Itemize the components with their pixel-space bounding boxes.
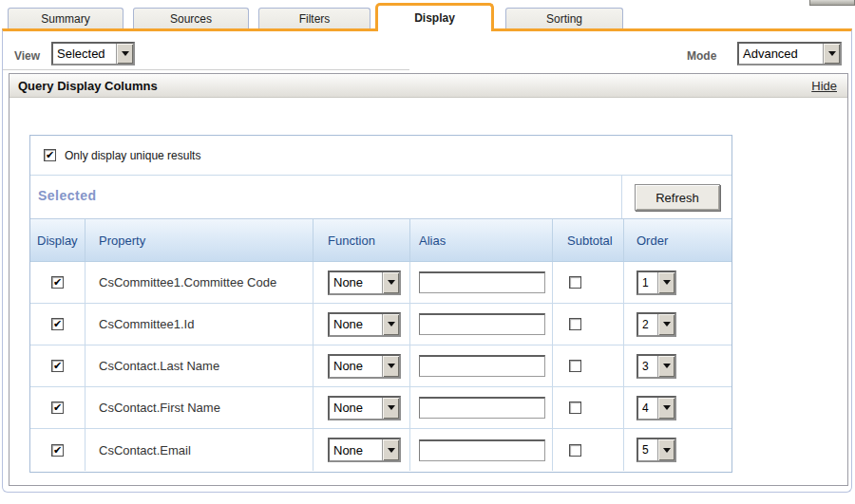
alias-input[interactable] bbox=[419, 313, 545, 335]
order-select[interactable]: 3 bbox=[636, 354, 676, 379]
function-select-value: None bbox=[330, 439, 382, 460]
chevron-down-icon[interactable] bbox=[657, 398, 674, 419]
display-cell: ✔ bbox=[30, 262, 85, 303]
chevron-down-icon[interactable] bbox=[657, 314, 674, 335]
alias-input[interactable] bbox=[419, 355, 545, 377]
chevron-down-icon[interactable] bbox=[657, 272, 674, 293]
display-checkbox[interactable]: ✔ bbox=[51, 318, 64, 330]
tab-display[interactable]: Display bbox=[375, 3, 494, 31]
subtotal-cell bbox=[552, 262, 623, 303]
display-cell: ✔ bbox=[30, 304, 85, 345]
subtotal-checkbox[interactable] bbox=[569, 276, 581, 289]
header-function: Function bbox=[313, 219, 409, 261]
property-label: CsCommittee1.Id bbox=[99, 317, 194, 331]
function-select[interactable]: None bbox=[328, 354, 401, 379]
subtotal-cell bbox=[552, 387, 623, 428]
chevron-down-icon[interactable] bbox=[116, 44, 133, 64]
function-select[interactable]: None bbox=[328, 396, 401, 420]
function-select-value: None bbox=[330, 314, 382, 335]
display-checkbox[interactable]: ✔ bbox=[51, 276, 64, 289]
function-cell: None bbox=[313, 304, 409, 345]
order-select-value: 3 bbox=[638, 356, 657, 377]
order-select-value: 5 bbox=[638, 439, 657, 460]
alias-input[interactable] bbox=[419, 397, 545, 419]
display-checkbox[interactable]: ✔ bbox=[51, 401, 64, 414]
subtotal-cell bbox=[552, 345, 623, 386]
order-cell: 4 bbox=[623, 387, 732, 428]
mode-select[interactable]: Advanced bbox=[737, 42, 842, 65]
selected-section-title: Selected bbox=[38, 188, 97, 203]
partial-top-button[interactable] bbox=[809, 0, 855, 6]
property-cell: CsContact.First Name bbox=[85, 387, 313, 428]
function-select[interactable]: None bbox=[328, 312, 401, 337]
chevron-down-icon[interactable] bbox=[382, 439, 399, 460]
mode-select-value: Advanced bbox=[739, 44, 823, 64]
subtotal-checkbox[interactable] bbox=[569, 318, 581, 330]
chevron-down-icon[interactable] bbox=[382, 272, 399, 293]
order-cell: 1 bbox=[623, 262, 732, 303]
query-builder-page: Summary Sources Filters Display Sorting … bbox=[0, 0, 855, 504]
property-cell: CsCommittee1.Committee Code bbox=[85, 262, 313, 303]
function-select[interactable]: None bbox=[328, 271, 401, 295]
header-alias: Alias bbox=[409, 219, 552, 261]
alias-input[interactable] bbox=[419, 271, 545, 293]
mode-label: Mode bbox=[687, 49, 716, 63]
function-cell: None bbox=[313, 262, 409, 303]
function-cell: None bbox=[313, 429, 409, 471]
tab-filters[interactable]: Filters bbox=[258, 8, 370, 28]
header-display: Display bbox=[30, 219, 85, 261]
view-select-value: Selected bbox=[53, 44, 116, 64]
alias-cell bbox=[409, 387, 552, 428]
hide-link[interactable]: Hide bbox=[811, 79, 837, 93]
query-display-columns-panel: Query Display Columns Hide ✔ Only displa… bbox=[9, 73, 848, 486]
function-select[interactable]: None bbox=[328, 438, 401, 462]
function-select-value: None bbox=[330, 356, 382, 377]
display-cell: ✔ bbox=[30, 345, 85, 386]
display-cell: ✔ bbox=[30, 429, 85, 471]
panel-header: Query Display Columns Hide bbox=[10, 74, 847, 98]
toolbar-divider bbox=[3, 69, 409, 70]
chevron-down-icon[interactable] bbox=[823, 44, 840, 64]
tab-sorting[interactable]: Sorting bbox=[505, 8, 623, 28]
subtotal-checkbox[interactable] bbox=[569, 401, 581, 414]
chevron-down-icon[interactable] bbox=[382, 314, 399, 335]
order-cell: 5 bbox=[623, 429, 732, 471]
display-cell: ✔ bbox=[30, 387, 85, 428]
table-row: ✔CsContact.First NameNone4 bbox=[30, 387, 732, 429]
display-checkbox[interactable]: ✔ bbox=[51, 444, 64, 457]
alias-cell bbox=[409, 429, 552, 471]
alias-input[interactable] bbox=[419, 439, 545, 461]
panel-title: Query Display Columns bbox=[18, 79, 158, 93]
view-select[interactable]: Selected bbox=[51, 42, 135, 65]
function-cell: None bbox=[313, 345, 409, 386]
selected-columns-box: ✔ Only display unique results Selected R… bbox=[29, 135, 732, 473]
alias-cell bbox=[409, 304, 552, 345]
subtotal-checkbox[interactable] bbox=[569, 444, 581, 457]
order-select[interactable]: 1 bbox=[636, 271, 676, 295]
function-cell: None bbox=[313, 387, 409, 428]
subtotal-checkbox[interactable] bbox=[569, 360, 581, 372]
refresh-button[interactable]: Refresh bbox=[635, 184, 720, 211]
order-select-value: 4 bbox=[638, 398, 657, 419]
tab-sources[interactable]: Sources bbox=[133, 8, 249, 28]
display-checkbox[interactable]: ✔ bbox=[51, 360, 64, 372]
chevron-down-icon[interactable] bbox=[382, 398, 399, 419]
tab-summary[interactable]: Summary bbox=[8, 8, 124, 28]
order-select[interactable]: 2 bbox=[636, 312, 676, 337]
property-label: CsContact.Email bbox=[99, 443, 191, 457]
unique-results-checkbox[interactable]: ✔ bbox=[44, 149, 56, 161]
order-select[interactable]: 5 bbox=[636, 438, 676, 462]
property-label: CsContact.First Name bbox=[99, 401, 220, 415]
chevron-down-icon[interactable] bbox=[657, 439, 674, 460]
chevron-down-icon[interactable] bbox=[657, 356, 674, 377]
alias-cell bbox=[409, 345, 552, 386]
order-select[interactable]: 4 bbox=[636, 396, 676, 420]
order-select-value: 1 bbox=[638, 272, 657, 293]
subtotal-cell bbox=[552, 304, 623, 345]
property-cell: CsCommittee1.Id bbox=[85, 304, 313, 345]
subtotal-cell bbox=[552, 429, 623, 471]
table-row: ✔CsCommittee1.IdNone2 bbox=[30, 304, 732, 345]
chevron-down-icon[interactable] bbox=[382, 356, 399, 377]
table-row: ✔CsCommittee1.Committee CodeNone1 bbox=[30, 262, 732, 304]
table-header-row: Display Property Function Alias Subtotal… bbox=[30, 219, 732, 262]
